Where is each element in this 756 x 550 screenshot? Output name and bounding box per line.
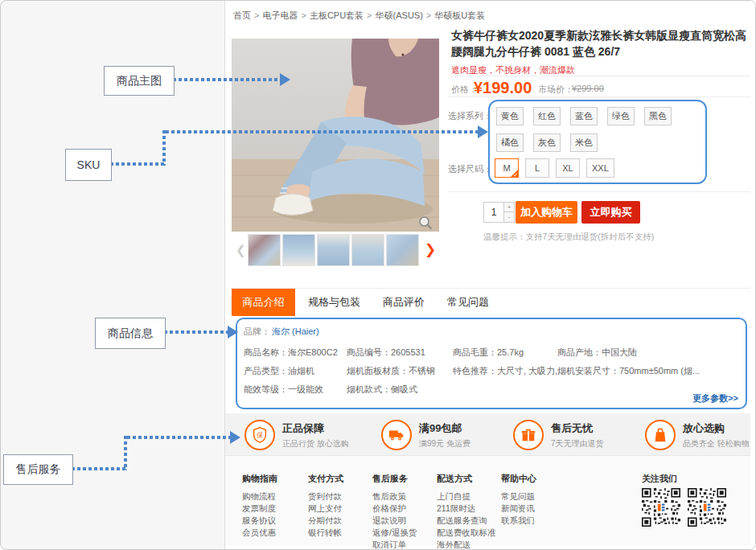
color-swatch-list: 黄色 红色 蓝色 绿色 黑色 橘色 灰色 米色 [496,107,699,152]
series-label: 选择系列： [448,110,492,122]
footer-link[interactable]: 联系我们 [501,515,536,527]
footer-col-delivery: 配送方式 上门自提 211限时达 配送服务查询 配送费收取标准 海外配送 [437,473,496,550]
size-option-list: M ✓ L XL XXL [495,158,614,178]
service-item-after-sales: 售后无忧 7天无理由退货 [513,420,604,450]
tab-faq[interactable]: 常见问题 [447,295,489,310]
service-title: 满99包邮 [419,421,470,436]
tab-bar: 规格与包装 商品评价 常见问题 [308,289,489,316]
footer-link[interactable]: 上门自提 [437,490,496,503]
annotation-arrowhead [228,326,238,339]
product-photo [232,39,439,232]
footer-link[interactable]: 常见问题 [501,490,536,503]
quantity-stepper: + - [504,202,515,223]
annotation-arrow-line [173,78,281,81]
thumbs-next-icon[interactable]: ❯ [425,240,436,260]
color-swatch[interactable]: 灰色 [533,133,561,152]
qr-code [688,488,726,527]
info-cell: 特色推荐：大尺寸, 大吸力, 静音... [453,365,557,377]
product-title: 女裤牛仔裤女2020夏季新款泫雅长裤女韩版显瘦直筒宽松高腰阔腿九分牛仔裤 008… [451,27,752,60]
product-main-image[interactable] [232,39,439,232]
annotation-arrowhead [478,125,488,138]
add-to-cart-button[interactable]: 加入购物车 [516,201,577,224]
footer-link[interactable]: 211限时达 [437,503,496,515]
brand-link[interactable]: 海尔 (Haier) [272,326,319,336]
footer-link[interactable]: 购物流程 [242,490,277,503]
footer-link[interactable]: 分期付款 [308,515,343,527]
annotation-arrow-line [124,436,127,470]
annotation-product-info-label: 商品信息 [95,318,166,349]
color-swatch[interactable]: 米色 [570,133,598,152]
buy-now-button[interactable]: 立即购买 [581,201,640,224]
color-swatch[interactable]: 绿色 [607,107,635,125]
divider [448,191,750,192]
size-option[interactable]: XXL [586,158,614,178]
market-price-value: ¥299.00 [572,84,604,93]
annotation-sku-label: SKU [65,149,112,181]
size-option[interactable]: XL [556,158,580,178]
breadcrumb-link[interactable]: 首页 [233,10,251,20]
footer-link[interactable]: 新闻资讯 [501,503,536,515]
footer-link[interactable]: 会员优惠 [242,527,277,539]
service-subtitle: 品类齐全 轻松购物 [683,438,750,449]
service-item-free-shipping: 满99包邮 满99元 免运费 [381,420,470,450]
magnifier-icon[interactable] [417,215,433,231]
service-title: 放心选购 [683,421,750,436]
footer-col-shopping-guide: 购物指南 购物流程 发票制度 服务协议 会员优惠 [242,473,277,539]
brand-label: 品牌： [244,326,270,336]
breadcrumb-link[interactable]: 电子电器 [262,10,298,20]
quantity-input[interactable] [483,202,504,223]
info-cell: 能效等级：一级能效 [244,384,347,396]
color-swatch[interactable]: 黄色 [496,107,524,125]
footer-col-help: 帮助中心 常见问题 新闻资讯 联系我们 [501,473,536,527]
footer-link[interactable]: 配送服务查询 [437,515,496,527]
footer-link[interactable]: 返修/退换货 [372,527,417,539]
tab-reviews[interactable]: 商品评价 [383,295,425,310]
service-title: 正品保障 [282,421,349,436]
thumbnail-1[interactable] [248,234,281,266]
footer-link[interactable]: 退款说明 [372,515,417,527]
footer-link[interactable]: 取消订单 [372,539,417,550]
info-cell: 产品类型：油烟机 [244,365,347,377]
brand-row: 品牌：海尔 (Haier) [244,326,319,338]
info-cell: 烟机款式：侧吸式 [347,384,453,396]
annotation-arrow-line [110,162,165,166]
thumbnail-4[interactable] [351,234,384,266]
service-subtitle: 7天无理由退货 [551,438,604,449]
footer-link[interactable]: 服务协议 [242,515,277,527]
svg-text:保: 保 [257,432,263,439]
more-params-link[interactable]: 更多参数>> [692,392,738,404]
thumbnail-5[interactable] [386,234,419,266]
thumbnail-2[interactable] [282,234,315,266]
color-swatch[interactable]: 红色 [533,107,561,125]
thumbnail-3[interactable] [317,234,350,266]
color-swatch[interactable]: 蓝色 [570,107,598,125]
size-option-selected[interactable]: M ✓ [495,158,519,178]
price-value: ¥199.00 [474,79,532,97]
footer-link[interactable]: 银行转帐 [308,527,343,539]
breadcrumb-link[interactable]: 主板CPU套装 [310,10,364,20]
footer-link[interactable]: 海外配送 [437,539,496,550]
shield-icon: 保 [244,420,275,450]
thumbs-prev-icon[interactable]: ❮ [236,240,246,260]
footer-col-payment: 支付方式 货到付款 网上支付 分期付款 银行转帐 [308,473,343,539]
service-item-easy-shopping: 放心选购 品类齐全 轻松购物 [645,420,750,450]
quantity-plus-icon[interactable]: + [504,202,515,212]
box-icon [513,420,544,450]
tab-specs-packaging[interactable]: 规格与包装 [308,295,360,310]
divider [448,76,750,76]
annotation-arrowhead [230,431,240,444]
footer-link[interactable]: 价格保护 [372,503,417,515]
tab-product-intro[interactable]: 商品介绍 [232,289,295,316]
info-cell: 烟机面板材质：不锈钢 [347,365,453,377]
footer-link[interactable]: 货到付款 [308,490,343,503]
footer-link[interactable]: 售后政策 [372,490,417,503]
breadcrumb-link[interactable]: 华硕(ASUS) [376,10,423,20]
quantity-minus-icon[interactable]: - [504,212,515,223]
color-swatch[interactable]: 橘色 [496,133,524,152]
footer-link[interactable]: 配送费收取标准 [437,527,496,539]
footer-link[interactable]: 发票制度 [242,503,277,515]
annotation-after-sales-label: 售后服务 [3,454,73,485]
color-swatch[interactable]: 黑色 [644,107,672,125]
footer-link[interactable]: 网上支付 [308,503,343,515]
size-option[interactable]: L [525,158,549,178]
